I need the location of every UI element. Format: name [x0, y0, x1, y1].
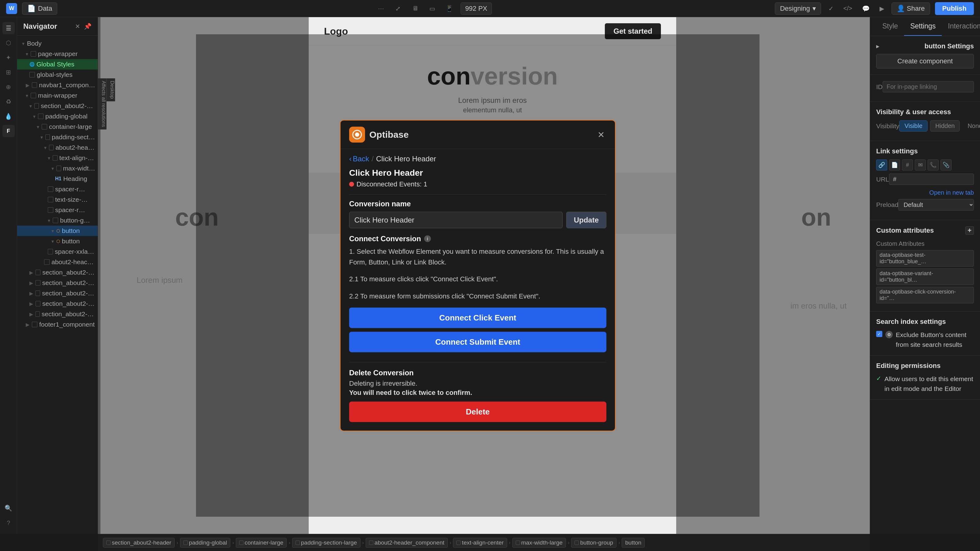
breadcrumb-section-about2[interactable]: section_about2-header: [103, 538, 175, 548]
nav-item-about2-header[interactable]: ▾ about2-header…: [17, 142, 98, 153]
nav-item-spacer1[interactable]: spacer-r…: [17, 184, 98, 194]
info-icon[interactable]: i: [424, 235, 431, 242]
share-button[interactable]: 👤 Share: [891, 2, 930, 15]
nav-item-section-values[interactable]: ▶ section_about2-values: [17, 288, 98, 299]
nav-item-navbar[interactable]: ▶ navbar1_component: [17, 80, 98, 90]
nav-item-global-styles-box[interactable]: global-styles: [17, 70, 98, 80]
nav-item-main-wrapper[interactable]: ▾ main-wrapper: [17, 90, 98, 101]
tablet-view-button[interactable]: ▭: [426, 2, 439, 15]
link-settings-title: Link settings: [876, 147, 974, 155]
box-icon: [35, 291, 40, 296]
preview-icon[interactable]: ▶: [877, 4, 886, 13]
iconbar-components[interactable]: ⬡: [2, 37, 15, 49]
url-input[interactable]: [889, 173, 974, 185]
conversion-name-input[interactable]: [349, 212, 563, 229]
navigator-pin-icon[interactable]: 📌: [84, 23, 92, 30]
open-new-tab-link[interactable]: Open in new tab: [929, 189, 974, 196]
iconbar-logic[interactable]: 💧: [2, 110, 15, 122]
link-icon-page[interactable]: 📄: [889, 159, 900, 170]
navigator-close-icon[interactable]: ✕: [75, 23, 80, 30]
breadcrumb-container-large[interactable]: container-large: [236, 538, 287, 548]
search-index-checkbox[interactable]: ✓: [876, 331, 882, 337]
link-icon-phone[interactable]: 📞: [928, 159, 939, 170]
left-iconbar: ☰ ⬡ ✦ ⊞ ⊕ ♻ 💧 F 🔍 ?: [0, 17, 17, 534]
tab-interactions[interactable]: Interactions: [942, 17, 980, 36]
nav-item-section-testimo[interactable]: ▶ section_about2-testimo…: [17, 309, 98, 319]
check-icon[interactable]: ✓: [826, 4, 836, 13]
hidden-button[interactable]: Hidden: [930, 120, 960, 132]
breadcrumb-padding-section[interactable]: padding-section-large: [292, 538, 360, 548]
breadcrumb-text-align[interactable]: text-align-center: [453, 538, 507, 548]
connect-click-event-button[interactable]: Connect Click Event: [349, 307, 606, 328]
custom-attr-1[interactable]: data-optibase-test-id="button_blue_…: [876, 250, 974, 267]
nav-item-footer[interactable]: ▶ footer1_component: [17, 319, 98, 330]
iconbar-navigator[interactable]: ☰: [2, 22, 15, 34]
modal-delete-warning: You will need to click twice to confirm.: [349, 389, 606, 396]
nav-item-spacer-xxlan[interactable]: spacer-xxlan…: [17, 246, 98, 257]
desktop-view-button[interactable]: 🖥: [409, 2, 422, 15]
tab-settings[interactable]: Settings: [904, 17, 942, 36]
iconbar-assets[interactable]: ✦: [2, 51, 15, 64]
nav-item-padding-global[interactable]: ▾ padding-global: [17, 111, 98, 122]
modal-update-button[interactable]: Update: [566, 212, 606, 229]
nav-item-padding-section[interactable]: ▾ padding-section-…: [17, 132, 98, 142]
custom-attr-2[interactable]: data-optibase-variant-id="button_bl…: [876, 268, 974, 285]
publish-button[interactable]: Publish: [935, 2, 974, 15]
custom-attr-3[interactable]: data-optibase-click-conversion-id="…: [876, 287, 974, 303]
comment-icon[interactable]: 💬: [860, 4, 872, 13]
visible-button[interactable]: Visible: [899, 120, 928, 132]
nav-item-button-2[interactable]: ▾ ⬡ button: [17, 236, 98, 246]
preload-select[interactable]: Default: [898, 199, 974, 211]
nav-item-section-story[interactable]: ▶ section_about2-story: [17, 267, 98, 278]
nav-item-text-size[interactable]: text-size-…: [17, 194, 98, 205]
nav-item-global-styles[interactable]: 🌐 Global Styles: [17, 59, 98, 70]
phone-view-button[interactable]: 📱: [444, 2, 456, 15]
breadcrumb-padding-global[interactable]: padding-global: [180, 538, 231, 548]
more-options-button[interactable]: ⋯: [375, 2, 387, 15]
connect-submit-event-button[interactable]: Connect Submit Event: [349, 332, 606, 352]
nav-item-max-width[interactable]: ▾ max-width-…: [17, 163, 98, 173]
code-icon[interactable]: </>: [841, 4, 855, 13]
iconbar-cms[interactable]: ⊕: [2, 81, 15, 93]
box-icon: [49, 145, 54, 150]
add-attr-button[interactable]: +: [965, 226, 974, 235]
link-icon-email[interactable]: ✉: [915, 159, 926, 170]
nav-item-heading[interactable]: H1 Heading: [17, 173, 98, 184]
create-component-button[interactable]: Create component: [876, 54, 974, 68]
nav-item-about2-heac[interactable]: about2-heac…: [17, 257, 98, 267]
tab-style[interactable]: Style: [876, 17, 904, 36]
link-icon-attachment[interactable]: 📎: [940, 159, 951, 170]
modal-input-row: Update: [349, 212, 606, 229]
nav-item-button-group[interactable]: ▾ button-g…: [17, 215, 98, 225]
id-input[interactable]: [883, 81, 974, 92]
link-icon-url[interactable]: 🔗: [876, 159, 887, 170]
nav-item-section-team[interactable]: ▶ section_about2-team: [17, 299, 98, 309]
data-button[interactable]: 📄 Data: [22, 2, 57, 15]
webflow-logo[interactable]: W: [6, 3, 17, 14]
designing-button[interactable]: Designing ▾: [775, 2, 821, 15]
nav-item-page-wrapper[interactable]: ▾ page-wrapper: [17, 49, 98, 59]
link-icon-section[interactable]: #: [902, 159, 913, 170]
iconbar-help[interactable]: ?: [2, 517, 15, 529]
breadcrumb-max-width[interactable]: max-width-large: [512, 538, 566, 548]
modal-delete-button[interactable]: Delete: [349, 401, 606, 422]
modal-close-button[interactable]: ✕: [595, 129, 606, 140]
nav-item-body[interactable]: ▾ Body: [17, 38, 98, 49]
iconbar-search[interactable]: 🔍: [2, 502, 15, 514]
nav-item-section-vision[interactable]: ▶ section_about2-vision: [17, 278, 98, 288]
iconbar-f-special[interactable]: F: [2, 125, 15, 137]
breadcrumb-about2-header[interactable]: about2-header_component: [366, 538, 448, 548]
nav-item-spacer2[interactable]: spacer-r…: [17, 205, 98, 215]
none-button[interactable]: None: [962, 120, 980, 132]
expand-button[interactable]: ⤢: [392, 2, 404, 15]
modal-overlay[interactable]: Optibase ✕ ‹ Back / Click Hero Header Cl…: [196, 34, 759, 517]
iconbar-pages[interactable]: ⊞: [2, 66, 15, 78]
nav-item-container-large[interactable]: ▾ container-large: [17, 122, 98, 132]
nav-item-section-about2[interactable]: ▾ section_about2-header: [17, 101, 98, 111]
modal-back-link[interactable]: ‹ Back: [349, 155, 369, 163]
breadcrumb-button-group[interactable]: button-group: [571, 538, 616, 548]
iconbar-ecommerce[interactable]: ♻: [2, 95, 15, 108]
breadcrumb-button[interactable]: button: [622, 538, 645, 548]
nav-item-text-align[interactable]: ▾ text-align-ce…: [17, 153, 98, 163]
nav-item-button-1[interactable]: ▾ ⬡ button: [17, 225, 98, 236]
